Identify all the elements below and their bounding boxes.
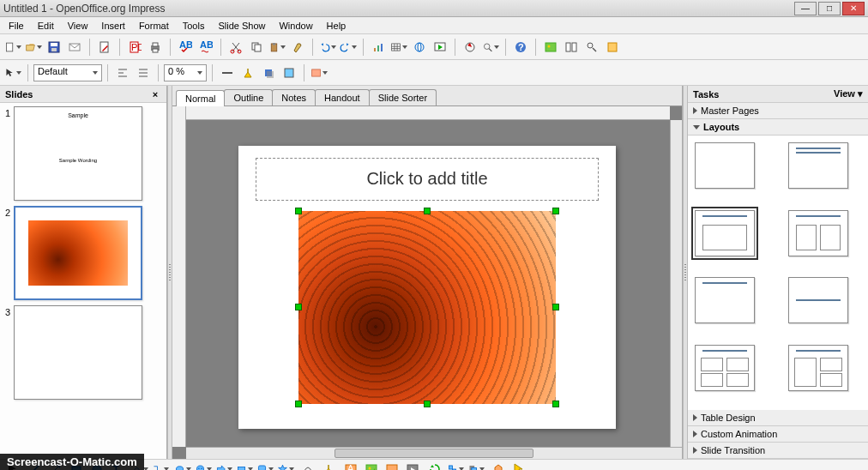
menu-edit[interactable]: Edit bbox=[31, 19, 61, 33]
slide-page[interactable]: Click to add title bbox=[238, 146, 616, 429]
interaction-button[interactable] bbox=[509, 460, 528, 470]
color-button[interactable] bbox=[280, 63, 298, 82]
stars-button[interactable] bbox=[276, 460, 295, 470]
autospell-button[interactable]: ABC bbox=[196, 38, 215, 57]
layout-title-only[interactable] bbox=[695, 277, 755, 323]
section-layouts[interactable]: Layouts bbox=[688, 119, 868, 136]
para-left-button[interactable] bbox=[113, 63, 132, 82]
new-button[interactable] bbox=[3, 38, 22, 57]
tab-handout[interactable]: Handout bbox=[315, 89, 370, 105]
resize-handle-e[interactable] bbox=[552, 304, 559, 310]
format-paintbrush-button[interactable] bbox=[288, 38, 307, 57]
slide-thumb-2[interactable] bbox=[14, 206, 142, 300]
block-arrows-button[interactable] bbox=[214, 460, 233, 470]
callouts-button[interactable] bbox=[256, 460, 274, 470]
resize-handle-se[interactable] bbox=[552, 401, 559, 407]
layout-title-content[interactable] bbox=[695, 210, 755, 256]
layout-centered[interactable] bbox=[788, 277, 848, 323]
tab-normal[interactable]: Normal bbox=[176, 90, 225, 106]
spellcheck-button[interactable]: ABC bbox=[176, 38, 195, 57]
scrollbar-vertical[interactable] bbox=[670, 120, 682, 447]
slide-thumb-1[interactable]: Sample Sample Wording bbox=[14, 106, 142, 201]
scrollbar-thumb[interactable] bbox=[335, 449, 533, 458]
paste-button[interactable] bbox=[268, 38, 286, 57]
flowchart-button[interactable] bbox=[235, 460, 254, 470]
section-slide-transition[interactable]: Slide Transition bbox=[688, 443, 868, 459]
title-placeholder[interactable]: Click to add title bbox=[256, 158, 599, 201]
close-icon[interactable]: × bbox=[149, 88, 161, 100]
menu-window[interactable]: Window bbox=[272, 19, 319, 33]
style-combo[interactable]: Default bbox=[33, 64, 102, 81]
connector-tool-button[interactable] bbox=[151, 460, 170, 470]
menu-tools[interactable]: Tools bbox=[176, 19, 212, 33]
export-pdf-button[interactable]: PDF bbox=[125, 38, 144, 57]
table-button[interactable] bbox=[389, 38, 408, 57]
section-table-design[interactable]: Table Design bbox=[688, 410, 868, 426]
datasource-button[interactable] bbox=[562, 38, 581, 57]
menu-help[interactable]: Help bbox=[320, 19, 353, 33]
slide-thumb-3[interactable] bbox=[14, 305, 142, 400]
splitter-right[interactable] bbox=[683, 86, 688, 459]
arrow-select-button[interactable] bbox=[3, 63, 22, 82]
tab-slidesorter[interactable]: Slide Sorter bbox=[369, 89, 437, 105]
tab-notes[interactable]: Notes bbox=[272, 89, 316, 105]
inserted-image[interactable] bbox=[298, 211, 556, 404]
canvas-area[interactable]: Click to add title bbox=[172, 106, 682, 459]
zoom-button[interactable] bbox=[481, 38, 500, 57]
resize-handle-w[interactable] bbox=[295, 304, 302, 310]
resize-handle-n[interactable] bbox=[424, 208, 431, 214]
window-maximize-button[interactable]: □ bbox=[818, 2, 841, 15]
glue-button[interactable] bbox=[238, 63, 257, 82]
layout-four-content[interactable] bbox=[695, 345, 755, 391]
section-master-pages[interactable]: Master Pages bbox=[688, 103, 868, 119]
gallery-button[interactable] bbox=[541, 38, 560, 57]
shadow-button[interactable] bbox=[259, 63, 278, 82]
tab-outline[interactable]: Outline bbox=[224, 89, 273, 105]
window-close-button[interactable]: ✕ bbox=[842, 2, 865, 15]
gluepoints-button[interactable] bbox=[319, 460, 338, 470]
para-justify-button[interactable] bbox=[134, 63, 153, 82]
resize-handle-sw[interactable] bbox=[295, 401, 302, 407]
menu-file[interactable]: File bbox=[2, 19, 31, 33]
tasks-view-menu[interactable]: View ▾ bbox=[834, 88, 863, 99]
open-button[interactable] bbox=[24, 38, 43, 57]
filter-button[interactable] bbox=[310, 63, 329, 82]
layout-title[interactable] bbox=[788, 142, 848, 189]
align-button[interactable] bbox=[446, 460, 465, 470]
menu-slideshow[interactable]: Slide Show bbox=[211, 19, 272, 33]
cut-button[interactable] bbox=[226, 38, 245, 57]
print-button[interactable] bbox=[146, 38, 165, 57]
menu-view[interactable]: View bbox=[61, 19, 95, 33]
fontwork-button[interactable]: A bbox=[341, 460, 360, 470]
email-button[interactable] bbox=[65, 38, 84, 57]
layout-blank[interactable] bbox=[695, 142, 755, 189]
save-button[interactable] bbox=[45, 38, 63, 57]
extrusion-button[interactable] bbox=[489, 460, 508, 470]
slideshow-button[interactable] bbox=[431, 38, 449, 57]
from-file-button[interactable] bbox=[362, 460, 381, 470]
layout-three-content[interactable] bbox=[788, 345, 848, 391]
media-button[interactable] bbox=[403, 460, 422, 470]
resize-handle-ne[interactable] bbox=[552, 208, 559, 214]
undo-button[interactable] bbox=[318, 38, 337, 57]
gallery2-button[interactable] bbox=[383, 460, 401, 470]
line-style-button[interactable] bbox=[218, 63, 237, 82]
redo-button[interactable] bbox=[339, 38, 358, 57]
find-button[interactable] bbox=[582, 38, 601, 57]
hyperlink-button[interactable] bbox=[410, 38, 429, 57]
points-edit-button[interactable] bbox=[298, 460, 317, 470]
copy-button[interactable] bbox=[247, 38, 266, 57]
menu-format[interactable]: Format bbox=[132, 19, 176, 33]
chart-button[interactable] bbox=[369, 38, 388, 57]
zoom-combo[interactable]: 0 % bbox=[164, 64, 207, 81]
symbol-shapes-button[interactable] bbox=[194, 460, 213, 470]
navigator-button[interactable] bbox=[461, 38, 479, 57]
window-minimize-button[interactable]: — bbox=[794, 2, 817, 15]
arrange-button[interactable] bbox=[467, 460, 485, 470]
scrollbar-horizontal[interactable] bbox=[186, 447, 682, 459]
section-custom-animation[interactable]: Custom Animation bbox=[688, 426, 868, 443]
layout-two-content[interactable] bbox=[788, 210, 848, 256]
edit-file-button[interactable] bbox=[95, 38, 114, 57]
resize-handle-s[interactable] bbox=[424, 401, 431, 407]
help-button[interactable]: ? bbox=[511, 38, 530, 57]
